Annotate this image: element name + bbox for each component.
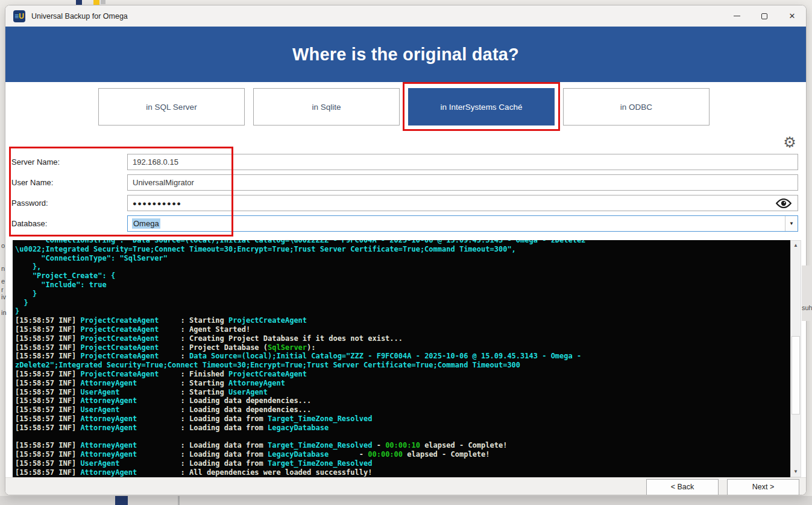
server-name-input[interactable] bbox=[127, 154, 798, 170]
tab-intersystems-cache[interactable]: in InterSystems Caché bbox=[408, 88, 555, 125]
wizard-footer: < Back Next > bbox=[5, 477, 806, 495]
maximize-icon bbox=[761, 13, 767, 19]
window-title: Universal Backup for Omega bbox=[31, 12, 128, 21]
minimize-icon bbox=[734, 16, 740, 16]
triangle-up-icon: ▲ bbox=[793, 243, 798, 248]
background-text-fragment: e bbox=[1, 278, 11, 285]
background-text-fragment: in bbox=[1, 310, 11, 316]
background-window-fragment bbox=[802, 265, 812, 321]
tab-sql-server[interactable]: in SQL Server bbox=[98, 88, 245, 125]
scroll-up-button[interactable]: ▲ bbox=[791, 241, 801, 250]
next-button[interactable]: Next > bbox=[727, 479, 799, 495]
password-input[interactable] bbox=[127, 195, 798, 211]
console-scrollbar[interactable]: ▲ ▼ bbox=[790, 240, 801, 477]
background-window-fragment bbox=[93, 0, 99, 5]
eye-icon[interactable] bbox=[776, 199, 792, 208]
tab-sqlite[interactable]: in Sqlite bbox=[253, 88, 400, 125]
combo-dropdown-button[interactable]: ▼ bbox=[785, 216, 798, 231]
background-text-fragment: iv bbox=[1, 294, 11, 300]
server-name-label: Server Name: bbox=[11, 154, 60, 170]
tab-odbc[interactable]: in ODBC bbox=[563, 88, 710, 125]
user-name-input[interactable] bbox=[127, 174, 798, 191]
wizard-header: Where is the original data? bbox=[5, 27, 806, 82]
background-text-fragment: suh bbox=[802, 305, 812, 311]
console-log: "ConnectionString": "Data Source=(local)… bbox=[13, 240, 790, 477]
minimize-button[interactable] bbox=[723, 5, 751, 27]
background-text-fragment: r bbox=[1, 287, 11, 293]
user-name-label: User Name: bbox=[11, 174, 53, 191]
triangle-down-icon: ▼ bbox=[793, 469, 798, 474]
background-text-fragment: n bbox=[1, 265, 11, 272]
chevron-down-icon: ▼ bbox=[789, 221, 794, 226]
app-logo-icon: ≡ U bbox=[13, 10, 25, 22]
database-value: Omega bbox=[132, 218, 160, 229]
scroll-down-button[interactable]: ▼ bbox=[791, 467, 801, 477]
settings-gear-icon[interactable]: ⚙ bbox=[781, 133, 799, 151]
background-text-fragment: o bbox=[1, 243, 11, 249]
close-button[interactable]: ✕ bbox=[778, 5, 806, 27]
scroll-thumb[interactable] bbox=[792, 336, 800, 414]
password-label: Password: bbox=[11, 195, 48, 211]
console-log-text: "ConnectionString": "Data Source=(local)… bbox=[13, 240, 790, 477]
page-title: Where is the original data? bbox=[292, 45, 519, 65]
database-combobox[interactable]: Omega ▼ bbox=[127, 215, 798, 232]
background-window-fragment bbox=[178, 496, 180, 505]
app-window: ≡ U Universal Backup for Omega ✕ Where i… bbox=[5, 5, 807, 495]
background-window-fragment bbox=[101, 0, 105, 4]
maximize-button[interactable] bbox=[751, 5, 778, 27]
close-icon: ✕ bbox=[789, 11, 796, 21]
database-label: Database: bbox=[11, 215, 47, 232]
titlebar: ≡ U Universal Backup for Omega ✕ bbox=[5, 5, 806, 27]
background-window-fragment bbox=[76, 0, 82, 5]
background-window-fragment bbox=[115, 496, 128, 505]
back-button[interactable]: < Back bbox=[646, 479, 719, 495]
